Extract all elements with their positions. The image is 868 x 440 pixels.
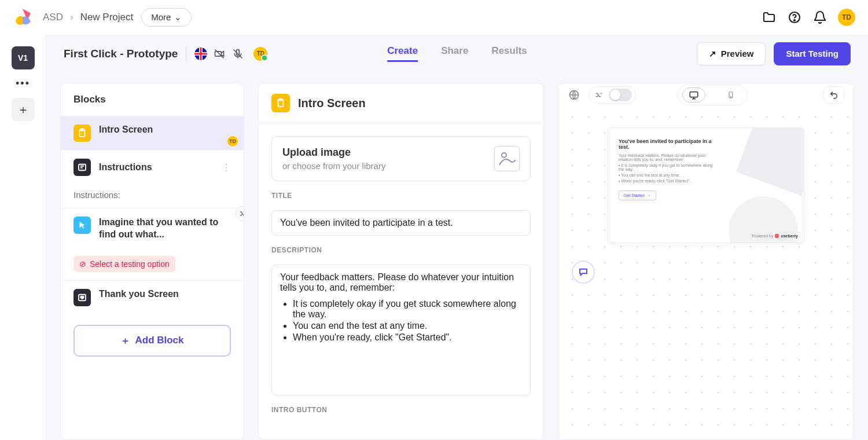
- upload-title: Upload image: [282, 146, 385, 159]
- preview-button[interactable]: ↗ Preview: [697, 42, 766, 65]
- block-item-thankyou[interactable]: Thank you Screen: [61, 280, 244, 314]
- block-owner-avatar: TD: [227, 136, 238, 146]
- preview-card[interactable]: You've been invited to participate in a …: [608, 127, 804, 243]
- preview-panel: You've been invited to participate in a …: [558, 83, 854, 440]
- block-title: Imagine that you wanted to find out what…: [99, 217, 231, 241]
- preview-card-line: Your feedback matters. Please do whateve…: [619, 153, 715, 162]
- notifications-icon[interactable]: [812, 10, 827, 25]
- app: V1 ••• ＋ First Click - Prototype TD Crea…: [0, 35, 868, 440]
- clipboard-icon: [271, 94, 290, 112]
- topbar-actions: TD: [762, 9, 855, 26]
- description-bullet: When you're ready, click "Get Started".: [293, 332, 522, 343]
- chevron-right-icon: ›: [70, 12, 73, 23]
- block-item-intro[interactable]: Intro Screen TD: [61, 116, 244, 150]
- preview-toolbar: [558, 83, 854, 107]
- camera-off-icon[interactable]: [213, 47, 226, 60]
- preview-card-line: • It is completely okay if you get to so…: [619, 163, 715, 171]
- image-placeholder-icon: [494, 146, 520, 171]
- warning-icon: ⊘: [79, 259, 86, 269]
- block-item-task[interactable]: Imagine that you wanted to find out what…: [61, 208, 244, 280]
- tab-create[interactable]: Create: [387, 45, 418, 62]
- topbar: ASD › New Project More ⌄ TD: [0, 0, 868, 35]
- main: First Click - Prototype TD Create Share …: [46, 35, 868, 440]
- block-item-instructions[interactable]: Instructions ⋮ Instructions:: [61, 150, 244, 208]
- more-dots-icon[interactable]: •••: [16, 78, 30, 90]
- warning-pill[interactable]: ⊘ Select a testing option: [73, 256, 175, 272]
- description-label: DESCRIPTION: [271, 246, 531, 254]
- more-button[interactable]: More ⌄: [141, 8, 192, 27]
- project-meta: TD: [186, 47, 267, 61]
- preview-card-line: • You can end the test at any time.: [619, 173, 715, 177]
- editor-panel: Intro Screen Upload image or choose from…: [258, 83, 544, 440]
- intro-button-label: INTRO BUTTON: [271, 406, 531, 414]
- instructions-icon: [73, 159, 91, 176]
- add-block-button[interactable]: ＋ Add Block: [73, 325, 231, 357]
- preview-card-title: You've been invited to participate in a …: [619, 138, 715, 150]
- blocks-panel: Blocks Intro Screen TD Instructions ⋮: [60, 83, 244, 440]
- desktop-device-button[interactable]: [682, 87, 705, 102]
- editor-header: Intro Screen: [259, 83, 543, 123]
- tab-results[interactable]: Results: [491, 45, 527, 62]
- preview-body: You've been invited to participate in a …: [558, 107, 854, 439]
- breadcrumb-item-workspace[interactable]: ASD: [43, 12, 63, 23]
- description-bullet: You can end the test at any time.: [293, 321, 522, 331]
- language-flag-icon[interactable]: [194, 47, 207, 60]
- block-subtitle: Instructions:: [73, 190, 120, 200]
- add-version-button[interactable]: ＋: [12, 98, 35, 121]
- editor-title: Intro Screen: [298, 97, 366, 110]
- blocks-heading: Blocks: [61, 83, 244, 116]
- warning-text: Select a testing option: [90, 259, 170, 269]
- clipboard-icon: [73, 124, 91, 142]
- version-badge[interactable]: V1: [12, 46, 35, 69]
- title-input[interactable]: [271, 210, 531, 236]
- preview-label: Preview: [721, 49, 754, 58]
- user-avatar[interactable]: TD: [838, 9, 855, 26]
- globe-icon[interactable]: [568, 89, 580, 101]
- shuffle-small-icon: [593, 89, 605, 101]
- collaborator-avatar[interactable]: TD: [253, 47, 267, 61]
- add-block-label: Add Block: [135, 335, 183, 346]
- help-icon[interactable]: [787, 10, 802, 25]
- more-vertical-icon[interactable]: ⋮: [222, 162, 231, 173]
- header-actions: ↗ Preview Start Testing: [697, 42, 851, 65]
- block-title: Instructions: [99, 162, 152, 173]
- breadcrumb: ASD › New Project: [43, 12, 133, 23]
- device-group: [677, 85, 748, 105]
- title-label: TITLE: [271, 192, 531, 200]
- plus-icon: ＋: [120, 334, 130, 347]
- description-intro: Your feedback matters. Please do whateve…: [280, 272, 514, 292]
- mobile-device-button[interactable]: [719, 87, 742, 102]
- preview-powered-by: Powered by useberry: [752, 234, 798, 238]
- description-bullet: It is completely okay if you get stuck s…: [293, 299, 522, 320]
- svg-rect-7: [81, 129, 84, 131]
- description-input[interactable]: Your feedback matters. Please do whateve…: [271, 265, 531, 395]
- project-title: First Click - Prototype: [64, 47, 178, 60]
- project-header: First Click - Prototype TD Create Share …: [46, 35, 868, 72]
- upload-subtitle: or choose from your library: [282, 161, 385, 171]
- app-logo[interactable]: [13, 7, 34, 28]
- toolbar-left: [568, 86, 636, 104]
- decoration: [736, 127, 804, 196]
- block-title: Thank you Screen: [99, 289, 179, 299]
- svg-rect-14: [690, 92, 698, 97]
- editor-body: Upload image or choose from your library…: [259, 123, 543, 427]
- tab-share[interactable]: Share: [441, 45, 468, 62]
- block-title: Intro Screen: [99, 124, 231, 135]
- start-testing-button[interactable]: Start Testing: [774, 42, 851, 65]
- mic-off-icon[interactable]: [231, 47, 244, 60]
- chevron-down-icon: ⌄: [174, 12, 182, 23]
- more-label: More: [151, 12, 171, 22]
- left-rail: V1 ••• ＋: [0, 35, 46, 440]
- folder-icon[interactable]: [762, 10, 777, 25]
- svg-rect-11: [279, 99, 282, 101]
- upload-image-card[interactable]: Upload image or choose from your library: [271, 136, 531, 181]
- cursor-click-icon: [73, 217, 91, 234]
- undo-button[interactable]: [823, 86, 844, 104]
- heart-card-icon: [73, 289, 91, 306]
- comment-button[interactable]: [572, 261, 595, 284]
- shuffle-toggle[interactable]: [609, 89, 632, 101]
- preview-card-line: • When you're ready, click "Get Started"…: [619, 179, 715, 183]
- svg-point-2: [794, 20, 795, 21]
- breadcrumb-item-project[interactable]: New Project: [80, 12, 134, 23]
- tabs: Create Share Results: [387, 45, 527, 62]
